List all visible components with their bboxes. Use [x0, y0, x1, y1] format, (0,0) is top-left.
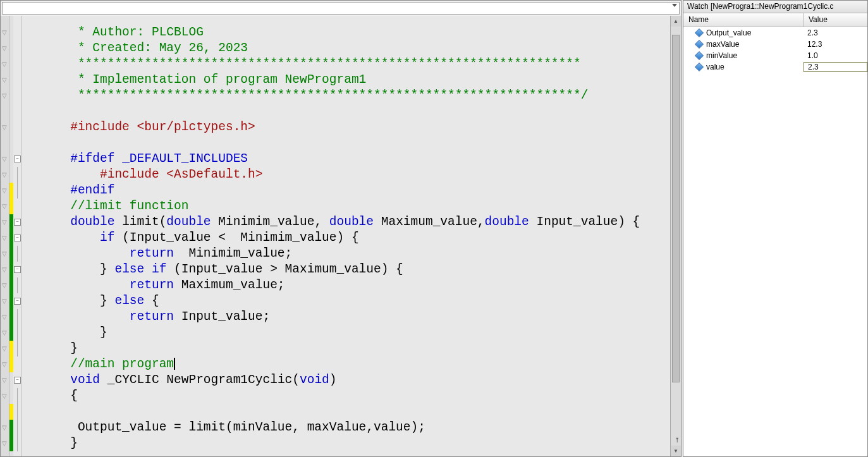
code-token: {: [144, 294, 159, 308]
watch-header-row: Name Value: [683, 13, 867, 27]
watch-column-name[interactable]: Name: [683, 13, 804, 27]
variable-icon: [695, 63, 704, 71]
code-token: limit(: [114, 215, 166, 229]
fold-toggle-icon[interactable]: −: [14, 377, 21, 384]
code-token: ): [329, 373, 337, 387]
code-token: double: [329, 215, 374, 229]
variable-icon: [695, 40, 704, 49]
code-token: #include: [26, 168, 166, 181]
code-token: if: [100, 231, 114, 245]
code-editor-pane: ▽▽▽▽▽ ▽▽▽ ▽▽▽▽▽ ▽▽▽▽▽ ▽▽▽▽ ▽▽ − −: [0, 0, 682, 457]
code-token: Minimim_value;: [174, 247, 292, 260]
watch-row[interactable]: value 2.3: [683, 61, 867, 73]
code-line: }: [26, 341, 78, 355]
code-line: ****************************************…: [26, 88, 588, 102]
fold-toggle-icon[interactable]: −: [14, 219, 21, 226]
code-line: }: [26, 436, 78, 450]
watch-var-name: maxValue: [706, 40, 739, 49]
watch-row[interactable]: maxValue 12.3: [683, 39, 867, 50]
code-token: else if: [114, 262, 166, 276]
code-token: [26, 215, 70, 229]
breakpoint-gutter[interactable]: ▽▽▽▽▽ ▽▽▽ ▽▽▽▽▽ ▽▽▽▽▽ ▽▽▽▽ ▽▽: [1, 16, 9, 456]
code-token: double: [70, 215, 114, 229]
watch-var-value[interactable]: 2.3: [804, 28, 867, 37]
watch-var-value[interactable]: 1.0: [804, 51, 867, 60]
watch-panel: Watch [NewProgra1::NewProgram1Cyclic.c N…: [683, 0, 868, 457]
text-cursor: [174, 358, 175, 370]
code-token: <bur/plctypes.h>: [137, 120, 255, 134]
watch-row[interactable]: minValue 1.0: [683, 50, 867, 61]
watch-var-name: Output_value: [706, 28, 751, 37]
code-token: <AsDefault.h>: [166, 168, 262, 181]
code-token: (Input_value < Minimim_value) {: [114, 231, 358, 245]
code-area[interactable]: ▽▽▽▽▽ ▽▽▽ ▽▽▽▽▽ ▽▽▽▽▽ ▽▽▽▽ ▽▽ − −: [1, 16, 681, 456]
code-line: Output_value = limit(minValue, maxValue,…: [26, 420, 425, 434]
code-token: [26, 278, 130, 292]
code-token: void: [70, 373, 100, 387]
code-token: return: [130, 278, 174, 292]
code-token: Input_value;: [174, 310, 270, 324]
code-token: return: [130, 247, 174, 260]
watch-rows-container: Output_value 2.3 maxValue 12.3 minValue …: [683, 27, 867, 456]
code-token: double: [166, 215, 211, 229]
fold-toggle-icon[interactable]: −: [14, 235, 21, 241]
code-line: {: [26, 389, 78, 403]
code-token: Maximum_value;: [174, 278, 285, 292]
code-line: #endif: [26, 183, 114, 197]
code-line: ****************************************…: [26, 57, 581, 71]
code-token: [26, 373, 70, 387]
watch-var-name: minValue: [706, 51, 737, 60]
code-text[interactable]: * Author: PLCBLOG * Created: May 26, 202…: [22, 16, 681, 456]
variable-icon: [695, 28, 704, 37]
navigation-dropdown[interactable]: [2, 2, 680, 15]
code-line: * Created: May 26, 2023: [26, 41, 248, 55]
vertical-scrollbar[interactable]: ▲ ⤒ ▼: [670, 16, 681, 456]
watch-column-value[interactable]: Value: [804, 13, 867, 27]
code-token: [26, 231, 100, 245]
chevron-down-icon: [672, 4, 677, 7]
code-token: Maximum_value,: [374, 215, 485, 229]
fold-toggle-icon[interactable]: −: [14, 155, 21, 162]
watch-panel-title: Watch [NewProgra1::NewProgram1Cyclic.c: [683, 1, 867, 13]
code-line: * Author: PLCBLOG: [26, 25, 204, 39]
variable-icon: [695, 51, 704, 60]
code-token: Minimim_value,: [211, 215, 329, 229]
code-token: }: [26, 262, 114, 276]
fold-toggle-icon[interactable]: −: [14, 298, 21, 305]
code-line: //limit function: [26, 199, 188, 213]
code-token: _CYCLIC NewProgram1Cyclic(: [100, 373, 300, 387]
code-token: #ifdef: [26, 152, 114, 166]
scroll-indicator-icon: ⤒: [675, 437, 680, 444]
watch-row[interactable]: Output_value 2.3: [683, 27, 867, 39]
code-token: void: [300, 373, 329, 387]
fold-toggle-icon[interactable]: −: [14, 266, 21, 273]
code-token: _DEFAULT_INCLUDES: [114, 152, 248, 166]
scroll-up-icon[interactable]: ▲: [671, 16, 681, 27]
code-token: Input_value) {: [529, 215, 640, 229]
code-token: [26, 247, 130, 260]
watch-var-value[interactable]: 12.3: [804, 40, 867, 49]
code-token: [26, 310, 130, 324]
watch-var-name: value: [706, 63, 724, 71]
code-token: return: [130, 310, 174, 324]
code-line: * Implementation of program NewProgram1: [26, 73, 366, 87]
watch-var-value[interactable]: 2.3: [804, 62, 867, 72]
code-token: double: [485, 215, 529, 229]
code-token: (Input_value > Maximum_value) {: [166, 262, 403, 276]
scroll-down-icon[interactable]: ▼: [671, 446, 681, 456]
code-token: }: [26, 294, 114, 308]
scrollbar-thumb[interactable]: [672, 35, 680, 382]
code-token: else: [114, 294, 144, 308]
fold-gutter[interactable]: − − − − − −: [13, 16, 22, 456]
code-token: #include: [26, 120, 137, 134]
code-line: //main program: [26, 357, 174, 371]
code-line: }: [26, 326, 107, 339]
